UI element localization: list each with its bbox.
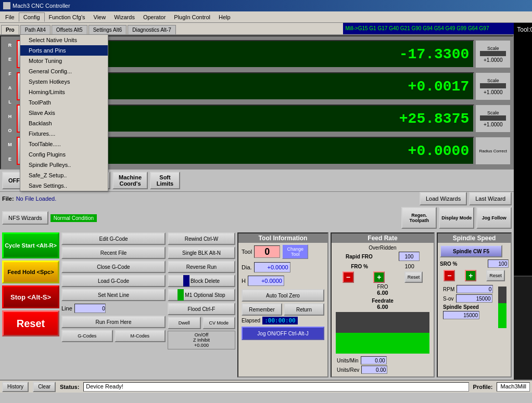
soft-limits-button[interactable]: Soft Limits [150, 172, 180, 189]
jog-follow-button[interactable]: Jog Follow [476, 207, 512, 229]
dropdown-save-settings[interactable]: Save Settings.. [20, 180, 108, 191]
spindle-plus-button[interactable]: + [465, 270, 476, 281]
spindle-buttons-row: − + Reset [440, 270, 509, 281]
nfs-wizards-button[interactable]: NFS Wizards [2, 211, 48, 225]
last-wizard-button[interactable]: Last Wizard [469, 192, 512, 205]
dropdown-slave-axis[interactable]: Slave Axis [20, 108, 108, 118]
close-gcode-button[interactable]: Close G-Code [61, 261, 166, 273]
dropdown-config-plugins[interactable]: Config Plugins [20, 149, 108, 160]
spindle-bar-container [498, 287, 506, 328]
elapsed-row: Elapsed :00:00:00 [238, 316, 327, 326]
dropdown-general-config[interactable]: General Config... [20, 66, 108, 76]
tab-settings-alt6[interactable]: Settings Alt6 [88, 25, 127, 34]
dropdown-system-hotkeys[interactable]: System Hotkeys [20, 76, 108, 87]
scale-bar-x [480, 51, 506, 56]
spindle-minus-button[interactable]: − [444, 270, 455, 281]
cv-mode-button[interactable]: CV Mode [202, 317, 236, 329]
stop-button[interactable]: Stop <Alt-S> [2, 285, 59, 308]
rpm-input[interactable] [457, 285, 493, 293]
fro-reset-button[interactable]: Reset [404, 271, 423, 283]
spindle-speed-input[interactable] [443, 311, 479, 319]
tab-path-alt4[interactable]: Path Alt4 [20, 25, 50, 34]
rapid-fro-input[interactable] [399, 252, 420, 261]
fro-plus-button[interactable]: + [373, 271, 385, 283]
dropdown-select-native-units[interactable]: Select Native Units [20, 35, 108, 45]
mcodes-button[interactable]: M-Codes [115, 330, 166, 342]
tab-diagnostics[interactable]: Diagnostics Alt-7 [128, 25, 175, 34]
spindle-reset-button[interactable]: Reset [486, 270, 505, 281]
menu-wizards[interactable]: Wizards [110, 13, 139, 21]
block-delete-button[interactable]: Block Delete [168, 275, 235, 287]
rpm-label: RPM [443, 287, 454, 292]
dropdown-ports-and-pins[interactable]: Ports and Pins [20, 45, 108, 56]
gcode-status-bar: Mill->G15 G1 G17 G40 G21 G90 G94 G54 G49… [343, 22, 514, 34]
line-row: Line [61, 303, 166, 314]
machine-coords-button[interactable]: Machine Coord's [112, 172, 148, 189]
units-rev-label: Units/Rev [337, 367, 359, 373]
tool-label: Tool [242, 249, 252, 255]
feed-hold-button[interactable]: Feed Hold <Spc> [2, 261, 59, 283]
dropdown-fixtures[interactable]: Fixtures.... [20, 128, 108, 139]
rewind-button[interactable]: Rewind Ctrl-W [168, 232, 235, 245]
menu-config[interactable]: Config [19, 12, 45, 22]
h-row: H +0.0000 [238, 274, 327, 288]
menu-file[interactable]: File [1, 13, 19, 21]
menu-operator[interactable]: Operator [139, 13, 170, 21]
line-input[interactable] [74, 304, 106, 313]
cycle-start-button[interactable]: Cycle Start <Alt-R> [2, 232, 59, 258]
line-label: Line [61, 305, 72, 311]
units-rev-input[interactable] [361, 366, 387, 374]
bottom-panels: Cycle Start <Alt-R> Feed Hold <Spc> Stop… [0, 230, 514, 380]
spindle-speed-panel: Spindle Speed Spindle CW F5 SRO % − + Re… [437, 232, 512, 378]
auto-tool-zero-button[interactable]: Auto Tool Zero [242, 289, 324, 302]
normal-condition-badge: Normal Condition [50, 214, 97, 222]
edit-gcode-button[interactable]: Edit G-Code [61, 232, 166, 245]
fro-actual-display: 6.00 [334, 290, 432, 296]
dropdown-spindle-pulleys[interactable]: Spindle Pulleys.. [20, 160, 108, 170]
dwell-button[interactable]: Dwell [168, 317, 201, 329]
scale-box-4: Radius Correct [475, 137, 511, 165]
jog-on-off-button[interactable]: Jog ON/OFF Ctrl-Alt-J [242, 327, 324, 340]
scale-bar-z [480, 115, 506, 121]
menu-function-cfgs[interactable]: Function Cfg's [45, 13, 90, 21]
feed-bar [336, 333, 429, 354]
reset-button[interactable]: Reset [2, 310, 59, 336]
flood-ctrl-button[interactable]: Flood Ctrl-F [168, 303, 235, 315]
recent-file-button[interactable]: Recent File [61, 246, 166, 259]
display-mode-button[interactable]: Display Mode [439, 207, 474, 229]
dropdown-homing-limits[interactable]: Homing/Limits [20, 87, 108, 97]
change-tool-button[interactable]: Change Tool [282, 244, 308, 259]
clear-button[interactable]: Clear [33, 382, 56, 392]
rpm-row: RPM [440, 284, 496, 294]
single-blk-button[interactable]: Single BLK Alt-N [168, 246, 235, 259]
menu-help[interactable]: Help [214, 13, 235, 21]
dropdown-toolpath[interactable]: ToolPath [20, 97, 108, 108]
dropdown-motor-tuning[interactable]: Motor Tuning [20, 56, 108, 66]
dropdown-safe-z-setup[interactable]: Safe_Z Setup.. [20, 170, 108, 180]
units-min-input[interactable] [361, 356, 387, 365]
load-wizards-button[interactable]: Load Wizards [420, 192, 467, 205]
remember-return-row: Remember Return [238, 303, 327, 316]
gcodes-button[interactable]: G-Codes [61, 330, 113, 342]
sov-input[interactable] [456, 294, 492, 303]
menu-plugin-control[interactable]: PlugIn Control [170, 13, 214, 21]
return-button[interactable]: Return [284, 303, 324, 316]
dropdown-backlash[interactable]: Backlash [20, 118, 108, 128]
tool-number-row: Tool 0 Change Tool [238, 243, 327, 261]
menu-view[interactable]: View [90, 13, 110, 21]
remember-button[interactable]: Remember [242, 303, 282, 316]
set-next-line-button[interactable]: Set Next Line [61, 289, 166, 301]
tab-offsets-alt5[interactable]: Offsets Alt5 [52, 25, 87, 34]
m1-optional-button[interactable]: M1 Optional Stop [168, 289, 235, 301]
dropdown-tooltable[interactable]: ToolTable..... [20, 139, 108, 149]
fro-minus-button[interactable]: − [343, 271, 354, 283]
run-from-here-button[interactable]: Run From Here [61, 316, 166, 328]
profile-value-display: Mach3Mill [497, 382, 530, 392]
sro-input[interactable] [488, 259, 509, 268]
regen-toolpath-button[interactable]: Regen. Toolpath [401, 207, 437, 229]
history-button[interactable]: History [2, 382, 29, 392]
load-gcode-button[interactable]: Load G-Code [61, 275, 166, 287]
tab-pro[interactable]: Pro [1, 25, 19, 34]
reverse-run-button[interactable]: Reverse Run [168, 261, 235, 273]
spindle-cw-button[interactable]: Spindle CW F5 [440, 245, 502, 257]
